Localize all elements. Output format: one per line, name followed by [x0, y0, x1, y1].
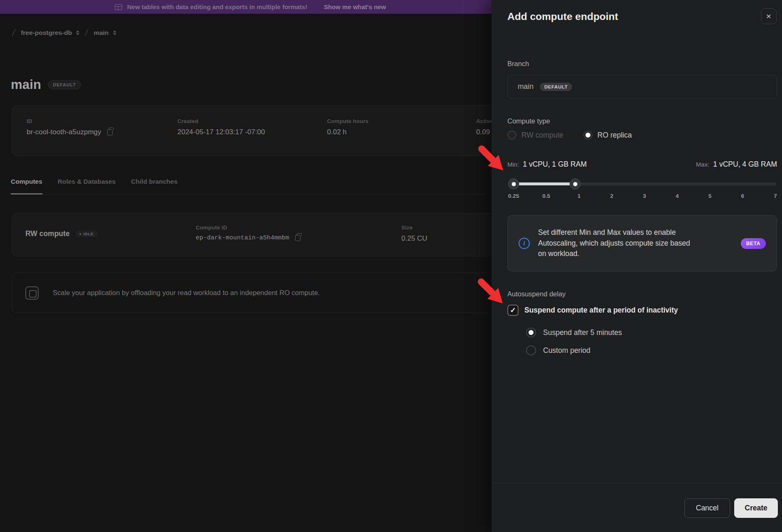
chevron-updown-icon — [76, 30, 79, 35]
min-label: Min: — [507, 161, 519, 168]
ro-compute-hint: Scale your application by offloading you… — [12, 273, 519, 313]
suspend-5-minutes-label: Suspend after 5 minutes — [543, 328, 622, 337]
default-badge: DEFAULT — [540, 83, 572, 91]
breadcrumb-slash: / — [84, 27, 89, 38]
branch-id-value: br-cool-tooth-a5uzpmgy — [27, 128, 101, 136]
created-value: 2024-05-17 12:03:17 -07:00 — [177, 128, 265, 136]
status-badge: ● IDLE — [76, 230, 98, 237]
banner-message: New tables with data editing and exports… — [127, 3, 307, 10]
footer-divider — [492, 483, 782, 483]
compute-name: RW compute — [25, 229, 70, 238]
suspend-checkbox-row[interactable]: ✓ Suspend compute after a period of inac… — [507, 305, 678, 316]
breadcrumb-project-label: free-postgres-db — [21, 29, 72, 37]
tab-child-branches[interactable]: Child branches — [131, 178, 177, 194]
copy-icon[interactable] — [107, 129, 113, 135]
breadcrumb-branch-select[interactable]: main — [93, 29, 116, 37]
cpu-chip-icon — [25, 286, 39, 300]
tab-roles-databases[interactable]: Roles & Databases — [58, 178, 116, 194]
radio-ro-replica-label: RO replica — [598, 131, 632, 140]
id-label: ID — [27, 118, 113, 124]
cancel-button[interactable]: Cancel — [684, 498, 730, 518]
breadcrumb: / free-postgres-db / main — [12, 27, 116, 38]
slider-tick: 1 — [578, 193, 581, 199]
branch-label: Branch — [507, 60, 529, 68]
radio-selected-icon — [583, 131, 593, 140]
copy-icon[interactable] — [295, 235, 300, 241]
add-compute-endpoint-dialog: Add compute endpoint × Branch main DEFAU… — [492, 0, 782, 532]
default-badge: DEFAULT — [48, 80, 81, 89]
slider-tick: 0.5 — [542, 193, 550, 199]
banner-cta-link[interactable]: Show me what's new — [324, 3, 386, 10]
radio-icon — [507, 131, 516, 140]
compute-id-label: Compute ID — [196, 224, 300, 231]
slider-max-handle[interactable] — [570, 178, 581, 190]
branch-tabs: Computes Roles & Databases Child branche… — [11, 178, 484, 195]
autoscaling-info-text: Set different Min and Max values to enab… — [538, 227, 700, 259]
slider-range-fill — [514, 182, 575, 185]
size-value: 0.25 CU — [401, 234, 427, 243]
created-label: Created — [177, 118, 265, 124]
slider-tick: 6 — [741, 193, 744, 199]
chevron-updown-icon — [113, 30, 116, 35]
info-icon: i — [519, 238, 530, 249]
radio-icon — [526, 345, 536, 355]
max-value: 1 vCPU, 4 GB RAM — [713, 160, 777, 169]
slider-min-handle[interactable] — [508, 178, 519, 190]
radio-ro-replica[interactable]: RO replica — [583, 131, 632, 140]
size-label: Size — [401, 224, 427, 231]
compute-row: RW compute ● IDLE Compute ID ep-dark-mou… — [12, 213, 519, 256]
radio-suspend-5-minutes[interactable]: Suspend after 5 minutes — [526, 328, 622, 337]
compute-hours-value: 0.02 h — [327, 128, 369, 136]
page-title: main — [11, 77, 41, 92]
status-dot-icon: ● — [79, 232, 81, 235]
beta-badge: BETA — [741, 238, 766, 249]
status-text: IDLE — [84, 232, 94, 236]
custom-period-label: Custom period — [543, 346, 590, 355]
min-value: 1 vCPU, 1 GB RAM — [523, 160, 587, 169]
radio-rw-compute-label: RW compute — [521, 131, 563, 140]
dialog-title: Add compute endpoint — [507, 11, 618, 22]
autoscaling-info-box: i Set different Min and Max values to en… — [507, 215, 777, 271]
slider-tick: 7 — [774, 193, 777, 199]
checkbox-checked-icon[interactable]: ✓ — [507, 305, 519, 316]
slider-tick: 2 — [610, 193, 613, 199]
table-icon — [115, 4, 122, 10]
tab-computes[interactable]: Computes — [11, 178, 42, 195]
branch-details-card: ID br-cool-tooth-a5uzpmgy Created 2024-0… — [12, 105, 519, 156]
slider-tick: 3 — [643, 193, 646, 199]
suspend-checkbox-label: Suspend compute after a period of inacti… — [524, 306, 678, 315]
slider-tick: 0.25 — [508, 193, 519, 199]
breadcrumb-project-select[interactable]: free-postgres-db — [21, 29, 79, 37]
branch-field: main DEFAULT — [507, 75, 777, 99]
compute-id-value: ep-dark-mountain-a5h4mmbm — [196, 234, 289, 241]
radio-selected-icon — [526, 328, 536, 337]
create-button[interactable]: Create — [734, 498, 778, 518]
breadcrumb-slash: / — [11, 27, 16, 38]
branch-value: main — [518, 82, 534, 91]
compute-hours-label: Compute hours — [327, 118, 369, 124]
slider-tick: 5 — [708, 193, 712, 199]
screen: New tables with data editing and exports… — [0, 0, 782, 532]
close-icon[interactable]: × — [761, 8, 777, 24]
compute-type-label: Compute type — [507, 117, 550, 125]
max-label: Max: — [696, 161, 710, 168]
breadcrumb-branch-label: main — [93, 29, 108, 37]
compute-size-slider: 0.25 0.5 1 2 3 4 5 6 7 — [507, 178, 777, 204]
hint-text: Scale your application by offloading you… — [53, 289, 320, 297]
autosuspend-label: Autosuspend delay — [507, 290, 566, 298]
radio-rw-compute[interactable]: RW compute — [507, 131, 563, 140]
radio-custom-period[interactable]: Custom period — [526, 345, 590, 355]
slider-tick: 4 — [676, 193, 679, 199]
